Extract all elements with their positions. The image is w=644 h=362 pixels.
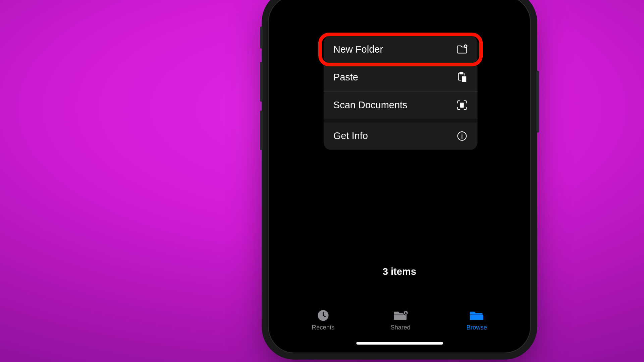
phone-side-button [260, 26, 263, 49]
home-indicator[interactable] [356, 342, 443, 345]
divider [324, 119, 478, 123]
menu-item-label: Get Info [333, 130, 368, 142]
menu-item-scan-documents[interactable]: Scan Documents [324, 92, 478, 119]
menu-item-paste[interactable]: Paste [324, 64, 478, 91]
phone-screen: New Folder Paste [271, 0, 528, 351]
menu-item-label: Paste [333, 72, 358, 83]
context-menu: New Folder Paste [324, 36, 478, 150]
tab-label: Recents [312, 324, 335, 331]
info-icon [456, 130, 468, 142]
tab-label: Browse [467, 324, 487, 331]
phone-frame: New Folder Paste [268, 0, 531, 353]
menu-item-label: Scan Documents [333, 100, 408, 111]
tab-shared[interactable]: Shared [390, 309, 411, 331]
stage: New Folder Paste [78, 0, 644, 362]
paste-icon [456, 72, 468, 83]
item-count: 3 items [271, 266, 528, 277]
svg-rect-2 [460, 72, 463, 74]
svg-rect-4 [460, 103, 464, 108]
tab-bar: Recents Shared [271, 302, 528, 338]
svg-rect-3 [462, 76, 467, 82]
svg-point-6 [462, 134, 463, 135]
phone-side-button [260, 62, 263, 102]
menu-item-get-info[interactable]: Get Info [324, 122, 478, 150]
tab-browse[interactable]: Browse [467, 309, 487, 331]
phone-side-button [536, 71, 539, 133]
menu-item-new-folder[interactable]: New Folder [324, 36, 478, 63]
folder-open-icon [469, 309, 484, 322]
folder-plus-icon [456, 44, 468, 55]
tab-label: Shared [390, 324, 411, 331]
scan-icon [456, 100, 468, 111]
clock-icon [316, 309, 331, 322]
menu-item-label: New Folder [333, 44, 383, 55]
shared-folder-icon [393, 309, 408, 322]
svg-point-10 [405, 312, 407, 313]
tab-recents[interactable]: Recents [312, 309, 335, 331]
phone-side-button [260, 111, 263, 150]
